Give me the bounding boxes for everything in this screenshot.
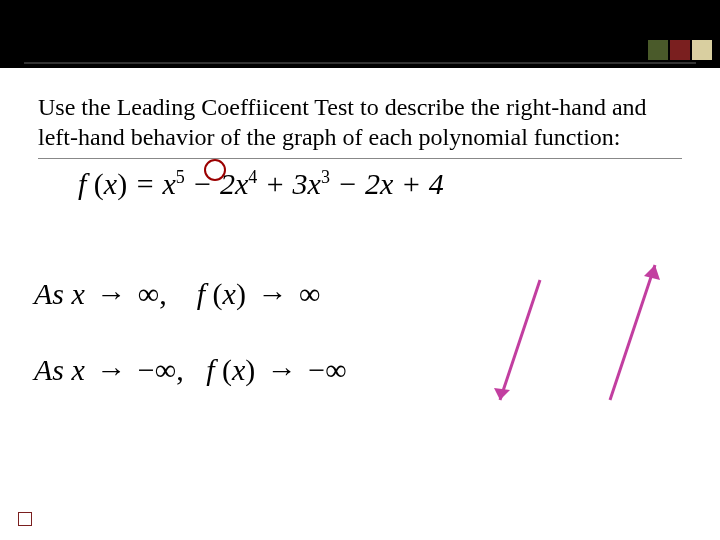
slide-content: Use the Leading Coeffiicent Test to desc…: [0, 68, 720, 387]
end-behavior-block: As x → ∞, f (x) → ∞ As x → −∞, f (x) → −…: [34, 277, 682, 387]
header-accent-squares: [648, 40, 712, 60]
arrow-icon: →: [92, 277, 130, 310]
eb2-prefix: As x: [34, 353, 85, 386]
eb1-f-target: ∞: [299, 277, 320, 310]
arrow-icon: →: [92, 353, 130, 386]
polynomial-expression: f (x) = x5 − 2x4 + 3x3 − 2x + 4: [78, 167, 682, 217]
eb2-f: f (x): [206, 353, 255, 386]
question-text: Use the Leading Coeffiicent Test to desc…: [38, 92, 682, 159]
polynomial-formula: f (x) = x5 − 2x4 + 3x3 − 2x + 4: [78, 167, 444, 200]
accent-square-2: [670, 40, 690, 60]
arrow-icon: →: [253, 277, 291, 310]
end-behavior-line-1: As x → ∞, f (x) → ∞: [34, 277, 682, 311]
eb2-f-target: −∞: [308, 353, 346, 386]
exp-5: 5: [176, 167, 185, 187]
arrow-icon: →: [263, 353, 301, 386]
formula-rhs: x5 − 2x4 + 3x3 − 2x + 4: [162, 167, 443, 200]
eb2-x-target: −∞,: [138, 353, 184, 386]
end-behavior-line-2: As x → −∞, f (x) → −∞: [34, 353, 682, 387]
eb1-f: f (x): [197, 277, 246, 310]
header-underline: [24, 62, 696, 64]
slide-header-bar: [0, 0, 720, 68]
footer-accent-square: [18, 512, 32, 526]
left-end-arrowhead: [494, 388, 510, 400]
formula-lhs: f (x) =: [78, 167, 162, 200]
eb1-prefix: As x: [34, 277, 85, 310]
accent-square-3: [692, 40, 712, 60]
accent-square-1: [648, 40, 668, 60]
eb1-x-target: ∞,: [138, 277, 167, 310]
